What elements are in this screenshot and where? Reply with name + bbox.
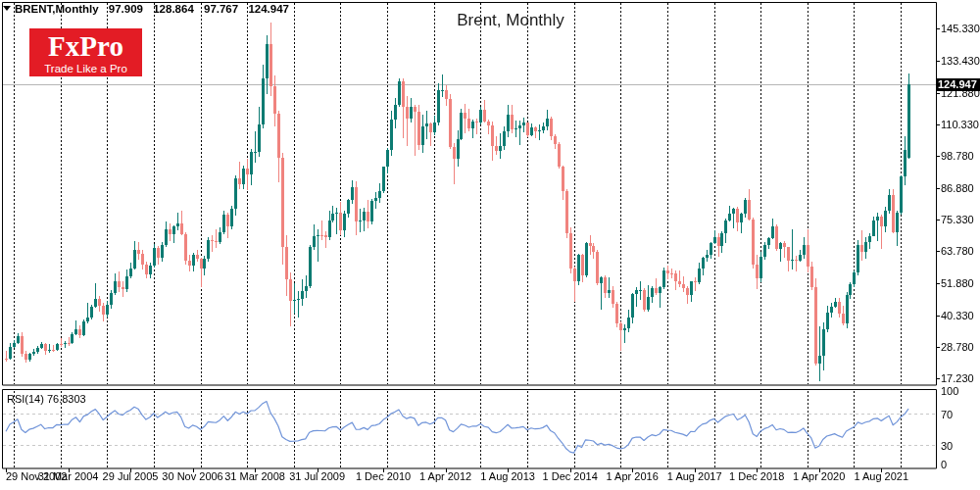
date-axis-label: 31 Mar 2008 — [224, 470, 285, 482]
price-axis-label: 40.330 — [941, 310, 974, 321]
price-axis-label: 28.780 — [941, 341, 974, 353]
rsi-axis-label: 30 — [941, 440, 953, 452]
fxpro-logo: FxPro Trade Like a Pro — [29, 28, 142, 76]
date-axis-label: 1 Aug 2013 — [480, 470, 535, 482]
price-axis-label: 133.430 — [941, 55, 980, 67]
rsi-axis-label: 0 — [941, 459, 947, 470]
fxpro-logo-tagline: Trade Like a Pro — [29, 63, 142, 75]
ohlc-open: 97.909 — [109, 3, 143, 15]
rsi-axis-label: 100 — [941, 385, 958, 397]
symbol-dropdown-icon[interactable] — [3, 6, 11, 11]
date-axis-label: 1 Apr 2012 — [419, 470, 471, 482]
date-axis-label: 1 Dec 2010 — [356, 470, 411, 482]
chart-window: BRENT,Monthly 97.909 128.864 97.767 124.… — [0, 0, 980, 490]
symbol-label: BRENT,Monthly — [15, 3, 99, 15]
date-axis-label: 1 Dec 2014 — [543, 470, 598, 482]
symbol-header: BRENT,Monthly 97.909 128.864 97.767 124.… — [15, 3, 296, 15]
date-axis-label: 30 Nov 2006 — [162, 470, 222, 482]
ohlc-low: 97.767 — [204, 3, 238, 15]
rsi-indicator-label: RSI(14) 76.8303 — [7, 393, 86, 405]
date-axis-label: 1 Apr 2020 — [793, 470, 845, 482]
date-axis-label: 1 Apr 2016 — [607, 470, 659, 482]
date-axis-label: 1 Aug 2021 — [854, 470, 908, 482]
price-axis-label: 86.880 — [941, 182, 974, 194]
date-axis-label: 1 Dec 2018 — [729, 470, 784, 482]
price-axis-label: 63.780 — [941, 245, 974, 257]
date-axis-label: 29 Jul 2005 — [103, 470, 159, 482]
date-axis-label: 1 Aug 2017 — [667, 470, 722, 482]
price-axis-label: 75.330 — [941, 214, 974, 225]
rsi-axis-label: 70 — [941, 409, 953, 420]
price-axis-label: 51.880 — [941, 277, 974, 289]
price-axis-label: 17.230 — [941, 372, 974, 384]
chart-canvas[interactable] — [0, 0, 980, 490]
price-axis-label: 98.780 — [941, 150, 974, 162]
price-axis-label: 145.330 — [941, 23, 980, 34]
date-axis-label: 31 Jul 2009 — [289, 470, 345, 482]
fxpro-logo-name: FxPro — [29, 30, 142, 63]
chart-title: Brent, Monthly — [457, 11, 564, 30]
current-price-tag: 124.947 — [936, 78, 980, 91]
ohlc-high: 128.864 — [153, 3, 194, 15]
date-axis-label: 31 Mar 2004 — [38, 470, 99, 482]
ohlc-close: 124.947 — [248, 3, 289, 15]
price-axis-label: 110.330 — [941, 119, 979, 130]
